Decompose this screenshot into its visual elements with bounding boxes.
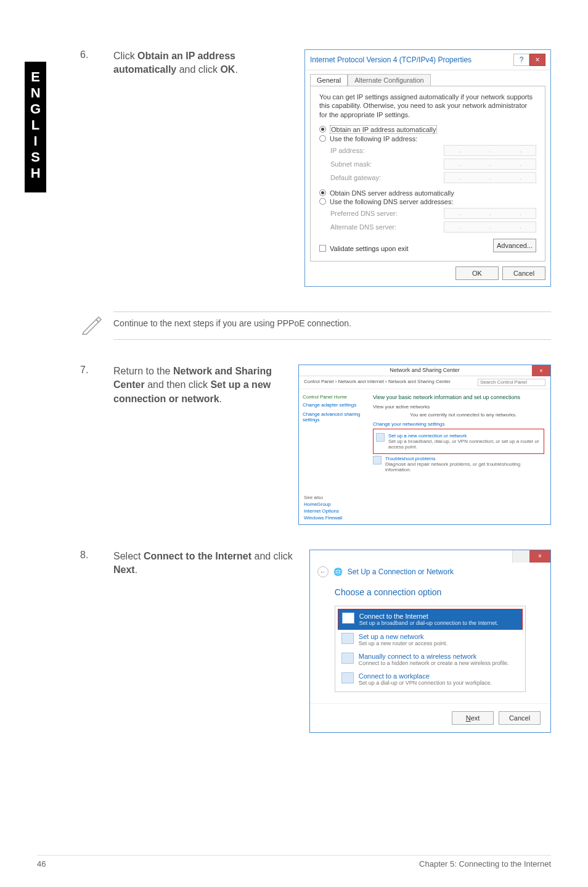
label-default-gateway: Default gateway: xyxy=(330,174,381,181)
wizard-header: ← 🌐 Set Up a Connection or Network xyxy=(310,563,550,581)
radio-icon xyxy=(319,135,326,142)
close-button[interactable]: × xyxy=(529,550,550,563)
option-connect-internet[interactable]: Connect to the InternetSet up a broadban… xyxy=(338,609,523,630)
input-alternate-dns: ... xyxy=(444,221,536,233)
option-manual-wireless[interactable]: Manually connect to a wireless networkCo… xyxy=(338,650,523,669)
main-panel: View your basic network information and … xyxy=(367,389,550,479)
page-number: 46 xyxy=(37,859,46,868)
language-tab-text: ENGLISH xyxy=(28,69,43,181)
note-text: Continue to the next steps if you are us… xyxy=(113,312,551,339)
tab-alternate-config[interactable]: Alternate Configuration xyxy=(348,74,431,86)
globe-icon: 🌐 xyxy=(333,567,343,576)
step-8: 8. Select Connect to the Internet and cl… xyxy=(80,550,551,733)
option-setup-new-network[interactable]: Set up a new networkSet up a new router … xyxy=(338,630,523,650)
checkbox-icon xyxy=(319,245,326,252)
checkbox-label: Validate settings upon exit xyxy=(330,245,409,252)
setup-connection-wizard: × ← 🌐 Set Up a Connection or Network Cho… xyxy=(309,550,551,733)
router-icon xyxy=(341,633,354,644)
option-connect-workplace[interactable]: Connect to a workplaceSet up a dial-up o… xyxy=(338,669,523,689)
chapter-title: Chapter 5: Connecting to the Internet xyxy=(419,859,551,868)
label-subnet-mask: Subnet mask: xyxy=(330,160,372,168)
radio-icon xyxy=(319,126,326,133)
radio-label: Obtain an IP address automatically xyxy=(330,125,437,134)
label-preferred-dns: Preferred DNS server: xyxy=(330,210,398,217)
radio-use-following-ip[interactable]: Use the following IP address: xyxy=(319,135,536,142)
radio-use-following-dns[interactable]: Use the following DNS server addresses: xyxy=(319,198,536,205)
input-default-gateway: ... xyxy=(444,172,536,183)
breadcrumb[interactable]: Control Panel › Network and Internet › N… xyxy=(304,379,451,386)
label-ip-address: IP address: xyxy=(330,147,364,154)
workplace-icon xyxy=(341,672,354,683)
link-windows-firewall[interactable]: Windows Firewall xyxy=(304,515,342,521)
dialog-tabs: General Alternate Configuration xyxy=(310,74,545,86)
input-preferred-dns: ... xyxy=(444,208,536,219)
network-icon xyxy=(376,433,385,442)
wizard-question: Choose a connection option xyxy=(335,587,526,597)
page-footer: 46 Chapter 5: Connecting to the Internet xyxy=(37,855,551,868)
dialog-titlebar: Internet Protocol Version 4 (TCP/IPv4) P… xyxy=(305,50,550,70)
input-subnet-mask: ... xyxy=(444,159,536,170)
minimize-button[interactable] xyxy=(512,550,529,563)
sidebar: Control Panel Home Change adapter settin… xyxy=(299,389,367,479)
sidebar-change-sharing[interactable]: Change advanced sharing settings xyxy=(303,411,363,423)
internet-icon xyxy=(342,613,354,624)
window-titlebar: Network and Sharing Center × xyxy=(299,365,550,376)
step-7: 7. Return to the Network and Sharing Cen… xyxy=(80,365,551,525)
radio-label: Use the following IP address: xyxy=(330,135,417,142)
radio-icon xyxy=(319,198,326,205)
advanced-button[interactable]: Advanced... xyxy=(493,239,536,252)
checkbox-validate-settings[interactable]: Validate settings upon exit xyxy=(319,245,409,252)
no-networks-text: You are currently not connected to any n… xyxy=(410,412,544,418)
step-6-text: Click Obtain an IP address automatically… xyxy=(113,49,286,77)
tab-general-content: You can get IP settings assigned automat… xyxy=(310,86,545,262)
radio-icon xyxy=(319,189,326,196)
sidebar-home[interactable]: Control Panel Home xyxy=(303,394,363,400)
troubleshoot-link[interactable]: Troubleshoot problemsDiagnose and repair… xyxy=(373,456,544,472)
close-button[interactable]: × xyxy=(532,365,550,376)
titlebar-close-button[interactable]: × xyxy=(529,54,545,66)
back-button[interactable]: ← xyxy=(317,566,329,577)
see-also-section: See also HomeGroup Internet Options Wind… xyxy=(304,495,342,521)
active-networks-label: View your active networks xyxy=(373,404,544,410)
options-list: Connect to the InternetSet up a broadban… xyxy=(335,606,526,692)
titlebar-help-button[interactable]: ? xyxy=(513,54,529,66)
setup-new-connection-link[interactable]: Set up a new connection or networkSet up… xyxy=(376,433,541,450)
breadcrumb-bar: Control Panel › Network and Internet › N… xyxy=(299,376,550,389)
cancel-button[interactable]: Cancel xyxy=(499,711,541,725)
note-content: Continue to the next steps if you are us… xyxy=(113,311,551,340)
link-internet-options[interactable]: Internet Options xyxy=(304,508,342,514)
panel-heading: View your basic network information and … xyxy=(373,394,544,400)
wireless-icon xyxy=(341,653,354,664)
next-button[interactable]: Next xyxy=(452,711,494,725)
sidebar-change-adapter[interactable]: Change adapter settings xyxy=(303,402,363,408)
step-8-text: Select Connect to the Internet and click… xyxy=(113,550,297,577)
pen-icon xyxy=(80,313,102,338)
label-alternate-dns: Alternate DNS server: xyxy=(330,223,396,231)
radio-label: Use the following DNS server addresses: xyxy=(330,198,454,205)
ipv4-description: You can get IP settings assigned automat… xyxy=(319,93,536,119)
step-number: 7. xyxy=(80,365,99,376)
input-ip-address: ... xyxy=(444,145,536,156)
highlighted-setup-connection: Set up a new connection or networkSet up… xyxy=(373,429,544,454)
see-also-label: See also xyxy=(304,495,342,500)
change-settings-heading: Change your networking settings xyxy=(373,421,544,427)
radio-label: Obtain DNS server address automatically xyxy=(330,189,454,197)
dialog-title: Internet Protocol Version 4 (TCP/IPv4) P… xyxy=(310,56,472,64)
radio-obtain-dns-auto[interactable]: Obtain DNS server address automatically xyxy=(319,189,536,197)
window-titlebar: × xyxy=(310,550,550,563)
ipv4-properties-dialog: Internet Protocol Version 4 (TCP/IPv4) P… xyxy=(304,49,551,287)
link-homegroup[interactable]: HomeGroup xyxy=(304,501,342,507)
network-sharing-center-window: Network and Sharing Center × Control Pan… xyxy=(298,365,551,525)
tab-general[interactable]: General xyxy=(310,74,348,86)
cancel-button[interactable]: Cancel xyxy=(502,266,545,280)
step-number: 8. xyxy=(80,550,99,561)
radio-obtain-ip-auto[interactable]: Obtain an IP address automatically xyxy=(319,125,536,134)
wizard-title: Set Up a Connection or Network xyxy=(348,567,454,576)
search-input[interactable] xyxy=(478,379,545,386)
language-tab: ENGLISH xyxy=(25,62,46,192)
troubleshoot-icon xyxy=(373,456,382,464)
wizard-footer: Next Cancel xyxy=(310,703,550,732)
step-number: 6. xyxy=(80,49,99,60)
ok-button[interactable]: OK xyxy=(455,266,499,280)
step-7-text: Return to the Network and Sharing Center… xyxy=(113,365,286,406)
